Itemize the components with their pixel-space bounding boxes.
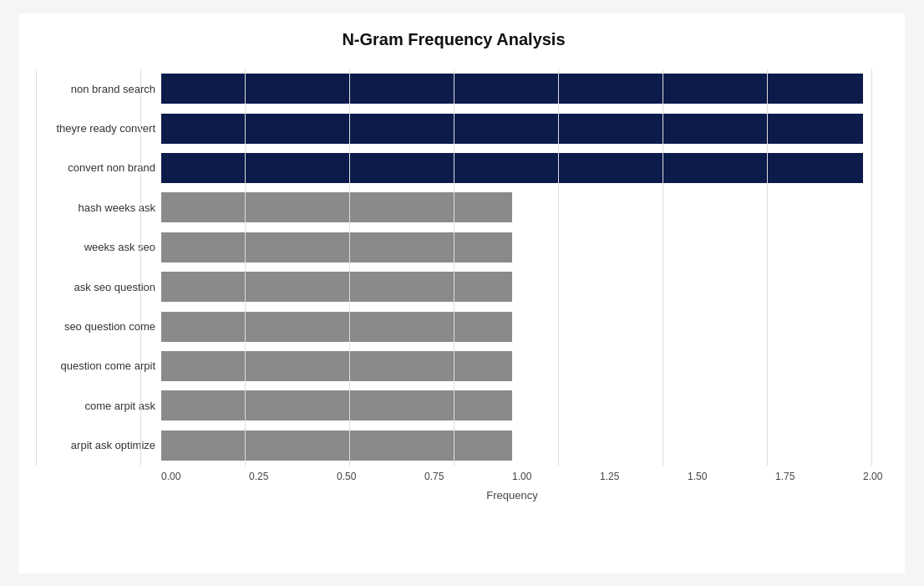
bar-label: hash weeks ask <box>32 201 155 214</box>
x-axis-label: Frequency <box>161 489 863 502</box>
bar-row: weeks ask seo <box>161 229 863 266</box>
bar-fill <box>161 312 512 342</box>
bar-fill <box>161 74 863 104</box>
bar-row: seo question come <box>161 308 863 345</box>
bar-track <box>161 390 863 420</box>
bar-fill <box>161 114 863 144</box>
bar-label: weeks ask seo <box>32 241 155 253</box>
grid-line <box>871 69 872 466</box>
bar-fill <box>161 390 512 420</box>
bar-fill <box>161 153 863 183</box>
bar-track <box>161 153 863 183</box>
bar-label: ask seo question <box>32 281 155 293</box>
bar-track <box>161 192 863 222</box>
x-axis-area: 0.000.250.500.751.001.251.501.752.00 Fre… <box>161 471 863 504</box>
bar-label: question come arpit <box>32 359 155 372</box>
chart-title: N-Gram Frequency Analysis <box>36 30 871 49</box>
bar-label: non brand search <box>32 83 155 95</box>
bar-row: question come arpit <box>161 348 863 385</box>
chart-container: N-Gram Frequency Analysis non brand sear… <box>19 13 905 573</box>
bar-row: theyre ready convert <box>161 110 863 147</box>
bar-fill <box>161 272 512 302</box>
bar-track <box>161 312 863 342</box>
bar-track <box>161 351 863 381</box>
bar-row: ask seo question <box>161 268 863 305</box>
bar-label: theyre ready convert <box>32 122 155 135</box>
bar-label: convert non brand <box>32 161 155 174</box>
bars-section: non brand searchtheyre ready convertconv… <box>36 69 871 466</box>
bar-track <box>161 272 863 302</box>
bar-track <box>161 232 863 262</box>
bar-fill <box>161 431 512 461</box>
x-axis-ticks: 0.000.250.500.751.001.251.501.752.00 <box>161 471 863 482</box>
bar-label: seo question come <box>32 320 155 333</box>
bar-row: non brand search <box>161 70 863 107</box>
bar-label: arpit ask optimize <box>32 439 155 451</box>
bar-label: come arpit ask <box>32 400 155 412</box>
chart-area: non brand searchtheyre ready convertconv… <box>36 69 871 504</box>
bar-track <box>161 431 863 461</box>
bar-fill <box>161 192 512 222</box>
bar-row: arpit ask optimize <box>161 427 863 464</box>
bar-track <box>161 114 863 144</box>
bar-row: convert non brand <box>161 150 863 186</box>
bar-fill <box>161 351 512 381</box>
bar-track <box>161 74 863 104</box>
bar-row: come arpit ask <box>161 387 863 424</box>
bar-row: hash weeks ask <box>161 189 863 226</box>
bar-fill <box>161 232 512 262</box>
